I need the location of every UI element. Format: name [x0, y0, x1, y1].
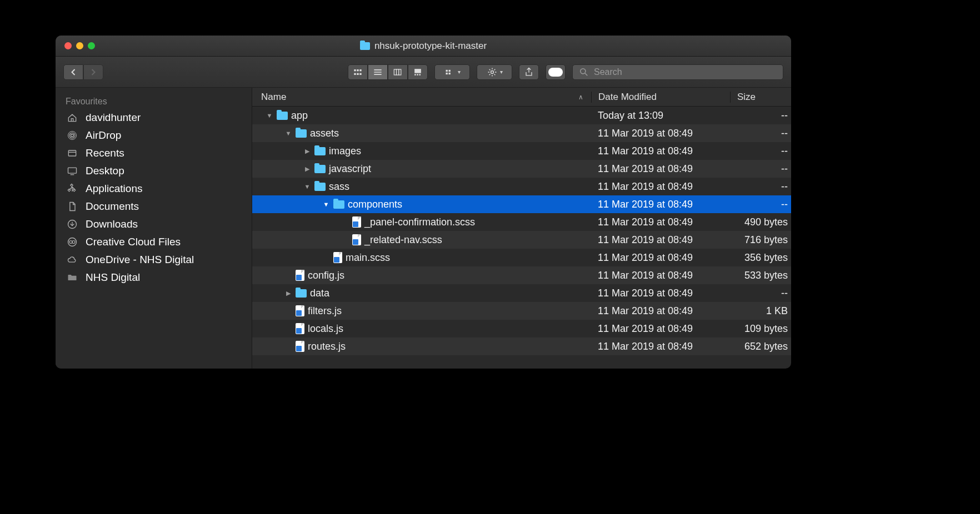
- column-date[interactable]: Date Modified: [591, 92, 730, 103]
- search-input[interactable]: [594, 67, 777, 77]
- folder-row[interactable]: ▶data 11 Mar 2019 at 08:49 --: [252, 284, 791, 302]
- share-button[interactable]: [519, 64, 539, 80]
- svg-rect-9: [414, 69, 421, 73]
- file-icon: [352, 234, 361, 245]
- file-name: data: [310, 288, 329, 299]
- file-name: components: [348, 199, 402, 210]
- disclosure-open-icon[interactable]: ▼: [322, 200, 330, 208]
- minimize-button[interactable]: [76, 42, 83, 49]
- file-row[interactable]: _panel-confirmation.scss 11 Mar 2019 at …: [252, 213, 791, 231]
- file-name: assets: [310, 128, 339, 139]
- forward-button[interactable]: [83, 64, 103, 80]
- folder-row[interactable]: ▼app Today at 13:09 --: [252, 107, 791, 124]
- file-row[interactable]: filters.js 11 Mar 2019 at 08:49 1 KB: [252, 302, 791, 320]
- sidebar-item-desktop[interactable]: Desktop: [56, 162, 252, 180]
- toolbar: ▾ ▾: [56, 57, 791, 88]
- disclosure-closed-icon[interactable]: ▶: [284, 289, 292, 297]
- file-list[interactable]: ▼app Today at 13:09 -- ▼assets 11 Mar 20…: [252, 107, 791, 369]
- disclosure-open-icon[interactable]: ▼: [284, 129, 292, 137]
- recents-icon: [66, 147, 79, 160]
- chevron-right-icon: [88, 67, 99, 78]
- folder-icon: [360, 42, 370, 50]
- file-row[interactable]: locals.js 11 Mar 2019 at 08:49 109 bytes: [252, 320, 791, 337]
- svg-point-18: [581, 68, 586, 73]
- gallery-icon: [412, 67, 423, 78]
- sidebar-item-creative-cloud-files[interactable]: Creative Cloud Files: [56, 233, 252, 251]
- file-row[interactable]: routes.js 11 Mar 2019 at 08:49 652 bytes: [252, 337, 791, 355]
- window-title: nhsuk-prototype-kit-master: [56, 41, 791, 52]
- sidebar-item-onedrive-nhs-digital[interactable]: OneDrive - NHS Digital: [56, 251, 252, 269]
- fullscreen-button[interactable]: [88, 42, 95, 49]
- folder-icon: [66, 271, 79, 284]
- file-row[interactable]: config.js 11 Mar 2019 at 08:49 533 bytes: [252, 266, 791, 284]
- file-row[interactable]: _related-nav.scss 11 Mar 2019 at 08:49 7…: [252, 231, 791, 249]
- sidebar-item-recents[interactable]: Recents: [56, 144, 252, 162]
- svg-point-17: [491, 70, 493, 73]
- svg-rect-1: [357, 69, 358, 71]
- apps-icon: [66, 182, 79, 195]
- file-date: 11 Mar 2019 at 08:49: [591, 181, 730, 193]
- sidebar-item-downloads[interactable]: Downloads: [56, 215, 252, 233]
- file-date: 11 Mar 2019 at 08:49: [591, 163, 730, 175]
- file-date: 11 Mar 2019 at 08:49: [591, 128, 730, 139]
- file-icon: [296, 341, 304, 352]
- folder-icon: [333, 200, 344, 209]
- folder-row[interactable]: ▶javascript 11 Mar 2019 at 08:49 --: [252, 160, 791, 178]
- sidebar-item-airdrop[interactable]: AirDrop: [56, 127, 252, 144]
- column-size[interactable]: Size: [730, 92, 791, 103]
- sidebar-item-applications[interactable]: Applications: [56, 180, 252, 198]
- file-date: 11 Mar 2019 at 08:49: [591, 234, 730, 246]
- disclosure-open-icon[interactable]: ▼: [266, 112, 273, 119]
- column-name[interactable]: Name ∧: [252, 92, 591, 103]
- sidebar-item-label: davidhunter: [86, 112, 141, 124]
- tags-button[interactable]: [546, 64, 566, 80]
- file-name: locals.js: [308, 323, 343, 335]
- sidebar-item-nhs-digital[interactable]: NHS Digital: [56, 269, 252, 286]
- svg-rect-2: [359, 69, 361, 71]
- folder-icon: [296, 129, 307, 138]
- file-date: Today at 13:09: [591, 110, 730, 122]
- svg-rect-3: [354, 73, 356, 74]
- close-button[interactable]: [64, 42, 72, 49]
- cloud-icon: [66, 253, 79, 266]
- svg-rect-4: [357, 73, 358, 74]
- file-date: 11 Mar 2019 at 08:49: [591, 288, 730, 299]
- back-button[interactable]: [63, 64, 83, 80]
- file-size: 356 bytes: [730, 252, 791, 264]
- documents-icon: [66, 200, 79, 213]
- group-by-button[interactable]: ▾: [434, 64, 470, 80]
- file-size: --: [730, 288, 791, 299]
- disclosure-open-icon[interactable]: ▼: [303, 183, 311, 190]
- search-icon: [578, 67, 589, 78]
- file-icon: [296, 323, 304, 334]
- svg-rect-15: [446, 72, 447, 74]
- folder-row[interactable]: ▼components 11 Mar 2019 at 08:49 --: [252, 195, 791, 213]
- gear-icon: [487, 67, 498, 78]
- folder-row[interactable]: ▶images 11 Mar 2019 at 08:49 --: [252, 142, 791, 160]
- sidebar-item-label: AirDrop: [86, 129, 121, 142]
- view-icon-button[interactable]: [348, 64, 368, 80]
- svg-rect-22: [68, 150, 76, 156]
- file-size: --: [730, 163, 791, 175]
- folder-icon: [277, 112, 288, 120]
- svg-rect-10: [414, 74, 416, 75]
- action-button[interactable]: ▾: [477, 64, 512, 80]
- folder-icon: [314, 183, 326, 191]
- tag-icon: [548, 68, 563, 77]
- disclosure-closed-icon[interactable]: ▶: [303, 165, 311, 173]
- file-size: 1 KB: [730, 305, 791, 317]
- window-title-text: nhsuk-prototype-kit-master: [374, 41, 487, 52]
- file-row[interactable]: main.scss 11 Mar 2019 at 08:49 356 bytes: [252, 249, 791, 266]
- view-columns-button[interactable]: [388, 64, 408, 80]
- view-list-button[interactable]: [368, 64, 388, 80]
- sidebar-item-davidhunter[interactable]: davidhunter: [56, 109, 252, 127]
- folder-icon: [314, 165, 326, 173]
- search-box[interactable]: [572, 64, 783, 80]
- sidebar-item-documents[interactable]: Documents: [56, 198, 252, 215]
- folder-row[interactable]: ▼sass 11 Mar 2019 at 08:49 --: [252, 178, 791, 195]
- sort-ascending-icon: ∧: [578, 93, 583, 101]
- file-size: --: [730, 110, 791, 122]
- view-gallery-button[interactable]: [408, 64, 428, 80]
- disclosure-closed-icon[interactable]: ▶: [303, 147, 311, 155]
- folder-row[interactable]: ▼assets 11 Mar 2019 at 08:49 --: [252, 124, 791, 142]
